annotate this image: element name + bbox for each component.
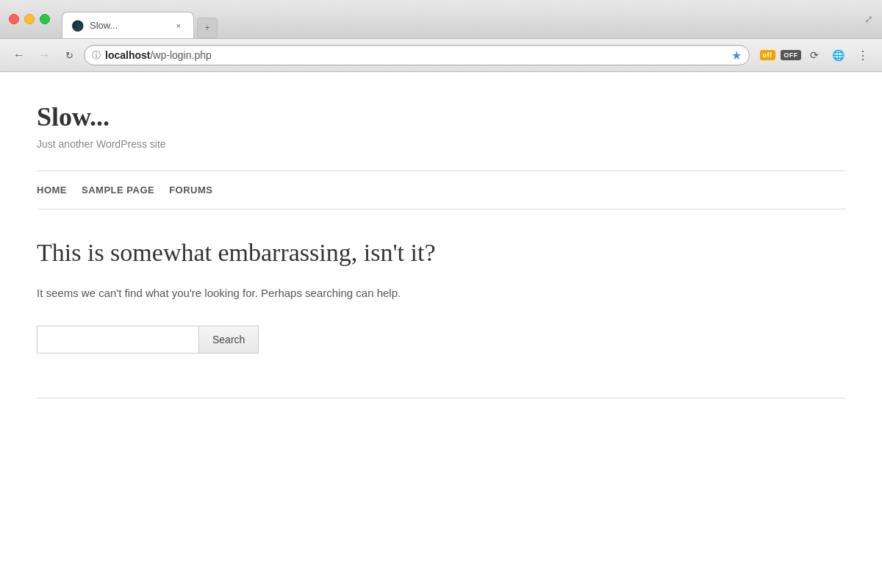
traffic-lights	[9, 14, 50, 24]
address-path: /wp-login.php	[150, 49, 211, 61]
extension-off2-label: OFF	[781, 50, 801, 60]
title-bar: 🌑 Slow... × + ⤢	[0, 0, 882, 38]
tab-bar: 🌑 Slow... × +	[62, 0, 858, 38]
site-title: Slow...	[37, 101, 845, 132]
page-content: Slow... Just another WordPress site HOME…	[0, 72, 882, 588]
toolbar-extensions: off OFF ⟳ 🌐	[757, 45, 848, 65]
site-nav: HOME SAMPLE PAGE FORUMS	[37, 171, 845, 209]
search-button[interactable]: Search	[198, 326, 259, 354]
active-tab[interactable]: 🌑 Slow... ×	[62, 12, 194, 38]
address-text: localhost/wp-login.php	[105, 49, 724, 61]
browser-menu-button[interactable]: ⋮	[853, 45, 873, 65]
search-form: Search	[37, 326, 845, 354]
error-body: It seems we can't find what you're looki…	[37, 284, 419, 302]
tab-title: Slow...	[90, 20, 167, 31]
maximize-window-button[interactable]	[40, 14, 50, 24]
nav-item-sample-page[interactable]: SAMPLE PAGE	[82, 184, 169, 196]
toolbar: ← → ↻ ⓘ localhost/wp-login.php ★ off OFF…	[0, 38, 882, 72]
sync-button[interactable]: ⟳	[804, 45, 825, 65]
close-window-button[interactable]	[9, 14, 19, 24]
address-domain: localhost	[105, 49, 150, 61]
extension-off2-button[interactable]: OFF	[781, 45, 801, 65]
extension-off-button[interactable]: off	[757, 45, 778, 65]
address-info-icon: ⓘ	[92, 49, 101, 62]
tab-close-button[interactable]: ×	[173, 20, 184, 32]
extension-off-label: off	[760, 50, 775, 60]
refresh-button[interactable]: ↻	[59, 45, 79, 65]
browser-chrome: 🌑 Slow... × + ⤢ ← → ↻ ⓘ localhost/wp-log…	[0, 0, 882, 72]
nav-item-home[interactable]: HOME	[37, 184, 82, 196]
address-bar[interactable]: ⓘ localhost/wp-login.php ★	[84, 45, 750, 65]
minimize-window-button[interactable]	[24, 14, 35, 24]
bookmark-star-icon[interactable]: ★	[731, 49, 742, 62]
back-button[interactable]: ←	[9, 45, 29, 65]
forward-button[interactable]: →	[34, 45, 54, 65]
error-heading: This is somewhat embarrassing, isn't it?	[37, 239, 845, 267]
site-tagline: Just another WordPress site	[37, 138, 845, 150]
page-footer-divider	[37, 398, 845, 398]
nav-item-forums[interactable]: FORUMS	[169, 184, 227, 196]
window-resize-icon[interactable]: ⤢	[864, 13, 873, 25]
search-input[interactable]	[37, 326, 198, 354]
tab-favicon-icon: 🌑	[71, 20, 84, 32]
new-tab-button[interactable]: +	[197, 18, 218, 38]
globe-icon: 🌐	[828, 45, 848, 65]
